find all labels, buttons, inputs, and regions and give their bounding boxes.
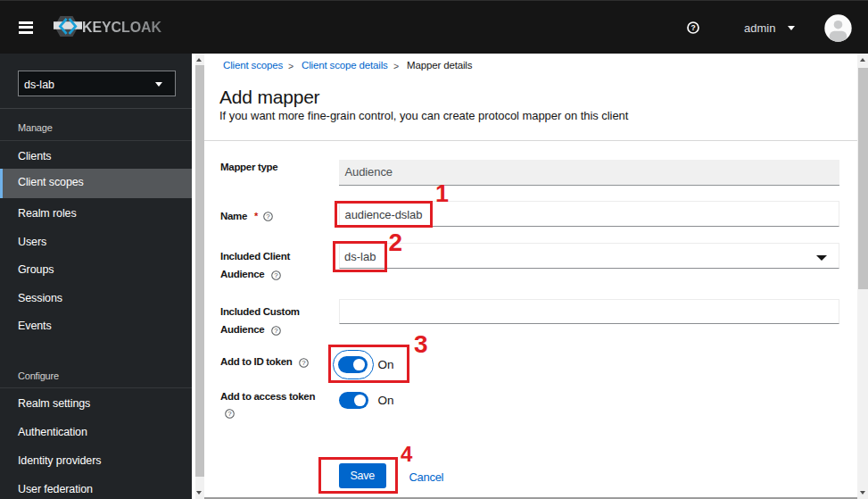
svg-text:?: ? xyxy=(274,327,278,335)
svg-text:?: ? xyxy=(266,212,270,220)
svg-text:?: ? xyxy=(274,271,278,279)
svg-text:?: ? xyxy=(690,23,695,32)
svg-text:?: ? xyxy=(227,411,232,419)
svg-text:?: ? xyxy=(302,359,306,367)
